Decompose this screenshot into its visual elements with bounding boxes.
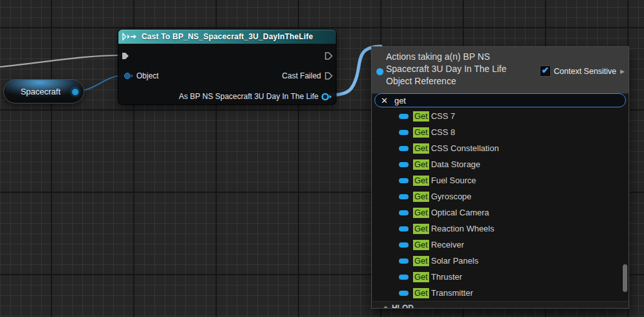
clear-search-icon[interactable]: ✕ (381, 96, 388, 105)
action-list-item[interactable]: Get Data Storage (373, 156, 629, 172)
blueprint-action-menu[interactable]: Actions taking a(n) BP NS Spacecraft 3U … (371, 46, 629, 309)
action-list-item[interactable]: Get Solar Panels (373, 253, 629, 269)
action-prefix-highlight: Get (413, 159, 429, 170)
variable-pin-icon (399, 210, 409, 215)
action-list-item[interactable]: Get Receiver (373, 237, 629, 253)
category-label: HLOD (392, 303, 414, 309)
context-sensitive-group: ✔ Context Sensitive ▶ (540, 66, 625, 76)
category-collapse-icon[interactable]: ▼ (383, 305, 389, 309)
action-menu-header: Actions taking a(n) BP NS Spacecraft 3U … (372, 47, 629, 94)
pin-type-icon (376, 68, 383, 75)
action-name: Data Storage (431, 159, 481, 169)
action-name: CSS Constellation (431, 143, 499, 153)
action-list-item[interactable]: Get Reaction Wheels (373, 221, 629, 237)
cast-node[interactable]: Cast To BP_NS_Spacecraft_3U_DayInTheLife… (118, 29, 336, 105)
cast-failed-label: Cast Failed (282, 71, 321, 80)
object-pin-label: Object (136, 71, 159, 80)
variable-pin-icon (399, 291, 409, 296)
variable-pin-icon (399, 146, 409, 151)
exec-out-pin[interactable] (324, 51, 333, 60)
action-list-item[interactable]: Get Optical Camera (373, 204, 629, 221)
action-list-item[interactable]: Get Gyroscope (373, 188, 629, 204)
action-prefix-highlight: Get (413, 192, 429, 202)
action-name: Transmitter (431, 288, 473, 298)
action-prefix-highlight: Get (413, 143, 429, 154)
search-query-text: get (394, 96, 406, 105)
action-prefix-highlight: Get (413, 111, 429, 122)
category-row-hlod[interactable]: ▼ HLOD (373, 301, 629, 309)
action-prefix-highlight: Get (413, 240, 429, 250)
variable-node-label: Spacecraft (21, 87, 60, 96)
variable-pin-icon (399, 226, 409, 231)
cast-icon (122, 33, 138, 41)
context-sensitive-label: Context Sensitive (554, 67, 616, 76)
action-name: Receiver (431, 240, 464, 249)
variable-pin-icon (399, 242, 409, 248)
check-icon: ✔ (542, 65, 549, 75)
as-output-label: As BP NS Spacecraft 3U Day In The Life (179, 92, 318, 101)
action-name: Reaction Wheels (431, 224, 494, 233)
action-search-input[interactable]: ✕ get (374, 93, 626, 107)
action-list-item[interactable]: Get Thruster (373, 269, 629, 285)
action-name: CSS 7 (431, 111, 455, 121)
as-output-row: As BP NS Spacecraft 3U Day In The Life (118, 90, 336, 103)
variable-pin-icon (399, 162, 409, 167)
action-prefix-highlight: Get (413, 224, 429, 234)
action-prefix-highlight: Get (413, 176, 429, 186)
list-scrollbar-thumb[interactable] (623, 264, 627, 292)
object-pin[interactable] (124, 72, 134, 80)
action-name: Gyroscope (431, 192, 472, 201)
action-list: Get CSS 7 Get CSS 8 Get CSS Constellatio… (373, 108, 629, 301)
action-name: Thruster (431, 272, 462, 282)
variable-pin-icon (399, 275, 409, 280)
action-prefix-highlight: Get (413, 288, 429, 298)
exec-row (118, 50, 336, 62)
variable-output-pin[interactable] (71, 88, 79, 96)
action-prefix-highlight: Get (413, 127, 429, 138)
variable-pin-icon (399, 194, 409, 199)
action-name: Fuel Source (431, 176, 476, 185)
action-menu-title: Actions taking a(n) BP NS Spacecraft 3U … (386, 51, 531, 87)
submenu-arrow-icon[interactable]: ▶ (620, 68, 625, 75)
action-list-item[interactable]: Get CSS Constellation (373, 140, 629, 156)
exec-in-pin[interactable] (121, 51, 130, 60)
action-name: CSS 8 (431, 127, 455, 137)
variable-pin-icon (399, 130, 409, 135)
action-list-item[interactable]: Get Transmitter (373, 285, 629, 301)
action-list-item[interactable]: Get Fuel Source (373, 172, 629, 188)
object-row: Object Cast Failed (118, 69, 336, 82)
action-prefix-highlight: Get (413, 208, 429, 218)
variable-pin-icon (399, 258, 409, 264)
variable-node-spacecraft[interactable]: Spacecraft (3, 79, 84, 104)
action-name: Optical Camera (431, 208, 489, 217)
action-list-item[interactable]: Get CSS 7 (373, 108, 629, 124)
cast-node-title: Cast To BP_NS_Spacecraft_3U_DayInTheLife (142, 32, 313, 41)
variable-pin-icon (399, 178, 409, 183)
context-sensitive-checkbox[interactable]: ✔ (540, 66, 550, 76)
action-list-item[interactable]: Get CSS 8 (373, 124, 629, 140)
action-prefix-highlight: Get (413, 272, 429, 282)
cast-failed-pin[interactable] (324, 71, 333, 80)
cast-node-header[interactable]: Cast To BP_NS_Spacecraft_3U_DayInTheLife (118, 30, 336, 44)
blueprint-graph-canvas[interactable]: Spacecraft Cast To BP_NS_Spacecraft_3U_D… (0, 0, 644, 317)
as-output-pin[interactable] (321, 93, 332, 101)
exec-wire[interactable] (0, 55, 122, 67)
action-name: Solar Panels (431, 256, 479, 266)
variable-pin-icon (399, 114, 409, 119)
action-prefix-highlight: Get (413, 256, 429, 266)
